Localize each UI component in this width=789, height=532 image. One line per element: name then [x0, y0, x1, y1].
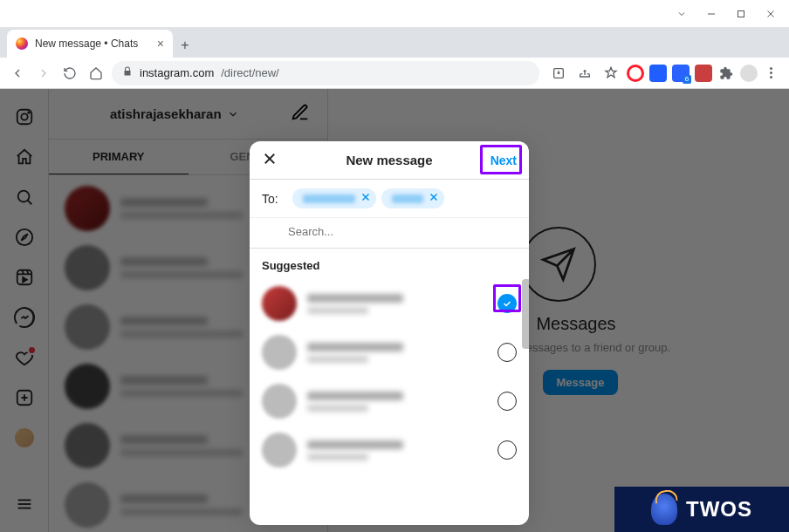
extension-badge-icon[interactable] [672, 65, 690, 82]
extension-opera-icon[interactable] [627, 65, 644, 82]
recipients-row: To: [250, 180, 529, 218]
suggested-item[interactable] [250, 328, 529, 377]
instagram-favicon-icon [16, 38, 28, 50]
chip-remove-icon[interactable] [360, 192, 371, 205]
modal-title: New message [250, 153, 529, 167]
watermark-text: TWOS [686, 497, 752, 522]
window-maximize-icon[interactable] [726, 3, 756, 24]
select-radio[interactable] [497, 392, 517, 411]
back-button[interactable] [7, 63, 28, 84]
svg-rect-1 [738, 10, 744, 17]
modal-next-button[interactable]: Next [491, 153, 517, 167]
recipient-chip[interactable] [381, 188, 444, 208]
tab-bar: New message • Chats × + [0, 28, 789, 58]
reload-button[interactable] [59, 63, 80, 84]
bulb-icon [651, 494, 677, 525]
share-icon[interactable] [574, 63, 595, 84]
extensions-puzzle-icon[interactable] [717, 65, 735, 82]
window-chevron-icon[interactable] [667, 3, 696, 24]
select-radio[interactable] [497, 294, 517, 313]
recipient-chip[interactable] [292, 188, 376, 208]
chip-remove-icon[interactable] [429, 192, 439, 205]
suggested-item[interactable] [250, 377, 529, 426]
new-tab-button[interactable]: + [173, 33, 197, 58]
extension-blue-icon[interactable] [649, 65, 667, 82]
new-message-modal: New message Next To: Suggested [250, 141, 529, 525]
tab-close-icon[interactable]: × [157, 37, 164, 51]
to-label: To: [262, 188, 278, 206]
select-radio[interactable] [497, 440, 517, 460]
select-radio[interactable] [497, 343, 517, 362]
watermark: TWOS [614, 487, 789, 532]
address-bar: instagram.com/direct/new/ [0, 58, 789, 89]
modal-header: New message Next [250, 141, 529, 180]
tab-title: New message • Chats [35, 38, 138, 50]
window-minimize-icon[interactable] [696, 3, 726, 24]
suggested-list [250, 279, 529, 525]
url-bar[interactable]: instagram.com/direct/new/ [112, 61, 539, 85]
install-icon[interactable] [548, 63, 569, 84]
page-content: atishrajasekharan PRIMARY GENERAL 2w Mes… [0, 89, 789, 532]
window-close-icon[interactable] [756, 3, 786, 24]
browser-tab[interactable]: New message • Chats × [7, 30, 173, 58]
url-host: instagram.com [140, 66, 214, 79]
url-path: /direct/new/ [221, 66, 278, 79]
extension-red-icon[interactable] [695, 65, 712, 82]
search-input[interactable] [288, 225, 517, 238]
lock-icon [122, 66, 133, 79]
browser-menu-icon[interactable] [763, 67, 779, 78]
profile-avatar-icon[interactable] [740, 65, 758, 82]
modal-close-button[interactable] [262, 151, 278, 170]
search-row [250, 218, 529, 249]
suggested-item[interactable] [250, 279, 529, 328]
window-controls [0, 0, 789, 28]
bookmark-icon[interactable] [600, 63, 621, 84]
home-button[interactable] [86, 63, 106, 84]
suggested-label: Suggested [250, 249, 529, 279]
extension-icons [545, 63, 782, 84]
suggested-item[interactable] [250, 426, 529, 474]
forward-button[interactable] [33, 63, 54, 84]
